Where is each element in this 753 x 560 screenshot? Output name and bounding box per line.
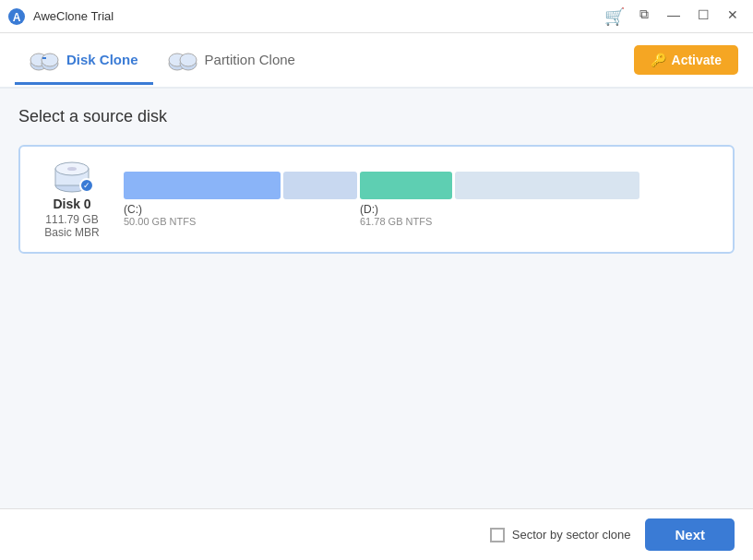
partition-bar-0 xyxy=(124,172,281,199)
main-content: Select a source disk ✓ Disk 0 111.79 GB … xyxy=(0,89,753,508)
disk-name: Disk 0 xyxy=(53,197,90,211)
partition-sublabel-2: 61.78 GB NTFS xyxy=(360,216,452,227)
disk-item-0[interactable]: ✓ Disk 0 111.79 GB Basic MBR (C:)50.00 G… xyxy=(18,145,735,254)
minimize-button[interactable]: — xyxy=(661,4,687,26)
partition-bar-3 xyxy=(455,172,639,199)
activate-label: Activate xyxy=(672,53,722,67)
next-button[interactable]: Next xyxy=(645,518,735,551)
bottom-bar: Sector by sector clone Next xyxy=(0,508,753,560)
cart-button[interactable]: 🛒 xyxy=(602,4,628,30)
section-title: Select a source disk xyxy=(18,107,735,126)
disk-size: 111.79 GB xyxy=(45,213,98,226)
partition-sublabel-0: 50.00 GB NTFS xyxy=(124,216,281,227)
partition-bar-2 xyxy=(360,172,452,199)
toolbar-right: 🔑 Activate xyxy=(634,45,738,75)
svg-text:A: A xyxy=(13,11,21,24)
svg-point-5 xyxy=(42,54,58,66)
sector-clone-wrap: Sector by sector clone xyxy=(490,528,631,542)
sector-clone-checkbox[interactable] xyxy=(490,528,505,542)
window-controls: 🛒 ⧉ — ☐ ✕ xyxy=(602,4,746,30)
toolbar: Disk Clone Partition Clone 🔑 Activate xyxy=(0,33,753,89)
restore-button[interactable]: ☐ xyxy=(690,4,716,26)
key-icon: 🔑 xyxy=(651,53,666,67)
partition-block-2: (D:)61.78 GB NTFS xyxy=(360,172,452,227)
partition-block-3 xyxy=(455,172,639,199)
disk-clone-icon xyxy=(30,45,59,75)
partition-block-0: (C:)50.00 GB NTFS xyxy=(124,172,281,227)
tab-partition-clone[interactable]: Partition Clone xyxy=(153,38,310,85)
tab-disk-clone[interactable]: Disk Clone xyxy=(15,38,153,85)
close-button[interactable]: ✕ xyxy=(720,4,746,26)
partition-bar-1 xyxy=(283,172,357,199)
disk-type: Basic MBR xyxy=(44,226,99,239)
partition-label-0: (C:) xyxy=(124,203,281,216)
tab-disk-clone-label: Disk Clone xyxy=(66,52,138,67)
svg-point-9 xyxy=(180,54,197,66)
app-logo: A xyxy=(7,7,26,26)
partition-label-2: (D:) xyxy=(360,203,452,216)
sector-clone-label: Sector by sector clone xyxy=(512,528,631,542)
partitions-area: (C:)50.00 GB NTFS(D:)61.78 GB NTFS xyxy=(124,172,718,227)
disk-info-0: ✓ Disk 0 111.79 GB Basic MBR xyxy=(35,160,109,239)
selected-checkmark: ✓ xyxy=(79,178,94,193)
maximize2-button[interactable]: ⧉ xyxy=(631,4,657,26)
title-bar: A AweClone Trial 🛒 ⧉ — ☐ ✕ xyxy=(0,0,753,33)
tab-partition-clone-label: Partition Clone xyxy=(205,52,295,67)
activate-button[interactable]: 🔑 Activate xyxy=(634,45,738,75)
partition-block-1 xyxy=(283,172,357,199)
partition-clone-icon xyxy=(168,45,197,75)
svg-point-13 xyxy=(67,167,77,171)
app-title: AweClone Trial xyxy=(33,9,602,23)
disk-icon-wrap: ✓ xyxy=(54,160,90,193)
